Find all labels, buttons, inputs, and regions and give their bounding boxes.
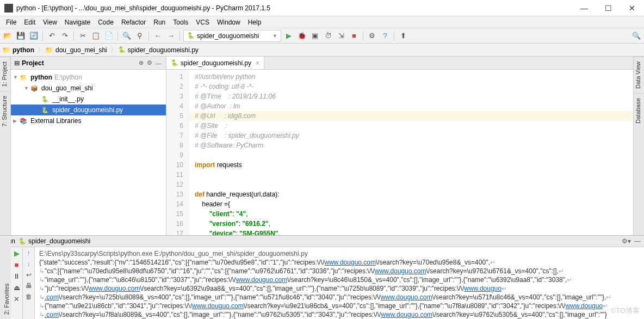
cut-icon[interactable]: ✂: [77, 30, 88, 41]
run-controls: ▶ ■ ⏸ ⏏ ✕: [11, 247, 23, 319]
gear-icon[interactable]: ⚙▾: [622, 237, 631, 245]
breadcrumb-file[interactable]: spider_douguomeishi.py: [126, 46, 201, 54]
hide-icon[interactable]: —: [154, 60, 163, 66]
minimize-button[interactable]: —: [577, 4, 592, 13]
menu-vcs[interactable]: VCS: [192, 19, 213, 26]
gear-icon[interactable]: ⚙: [145, 59, 154, 66]
expand-icon[interactable]: ▼: [24, 85, 30, 91]
menu-navigate[interactable]: Navigate: [61, 19, 94, 26]
folder-icon: 📁: [20, 74, 28, 81]
profile-icon[interactable]: ⏱: [323, 30, 333, 41]
menu-code[interactable]: Code: [94, 19, 117, 26]
link[interactable]: www.douguo.com: [381, 311, 432, 318]
close-tab-icon[interactable]: ×: [256, 59, 259, 67]
expand-icon[interactable]: ▶: [13, 118, 20, 124]
package-icon: 📦: [30, 85, 39, 92]
python-icon: 🐍: [118, 46, 126, 53]
refresh-icon[interactable]: 🔄: [28, 30, 39, 41]
link[interactable]: www.douguo.com: [192, 302, 244, 310]
debug-icon[interactable]: 🐞: [296, 30, 307, 41]
link[interactable]: www.douguo.com: [236, 276, 287, 284]
link[interactable]: www.douguo: [565, 302, 603, 310]
exit-icon[interactable]: ⏏: [14, 284, 20, 292]
run-line: ↳{"name":"\u9e21\u86cb","id":"3041","ju"…: [39, 302, 640, 310]
close-button[interactable]: ✕: [624, 4, 640, 13]
wrap-icon[interactable]: ↩: [26, 271, 32, 279]
tree-package[interactable]: ▼ 📦 dou_guo_mei_shi: [11, 83, 166, 94]
update-icon[interactable]: ⬆: [398, 30, 408, 41]
maximize-button[interactable]: ☐: [600, 4, 616, 13]
print-icon[interactable]: 🖶: [26, 282, 32, 290]
settings-icon[interactable]: ⚙: [367, 30, 377, 41]
menu-view[interactable]: View: [39, 19, 61, 26]
save-icon[interactable]: 💾: [15, 30, 26, 41]
link[interactable]: .com: [45, 293, 59, 301]
rerun-icon[interactable]: ▶: [14, 249, 20, 257]
tree-file-init[interactable]: 🐍 __init__.py: [11, 94, 166, 105]
run-output[interactable]: E:\Evns\py33scarpy\Scripts\python.exe E:…: [35, 247, 644, 319]
link[interactable]: www.douguo.com: [324, 259, 376, 266]
menu-tools[interactable]: Tools: [169, 19, 192, 26]
menu-refactor[interactable]: Refactor: [117, 19, 150, 26]
paste-icon[interactable]: 📄: [103, 30, 114, 41]
redo-icon[interactable]: ↷: [59, 30, 70, 41]
expand-icon[interactable]: ▼: [13, 75, 20, 80]
project-tree[interactable]: ▼ 📁 python E:\python ▼ 📦 dou_guo_mei_shi…: [11, 70, 166, 128]
replace-icon[interactable]: ⚲: [134, 30, 145, 41]
collapse-icon[interactable]: ⊕: [137, 59, 145, 66]
run-line: ↳.com\/search?key=\u7f8a\u8089&_vs=400",…: [39, 310, 640, 319]
run-output-controls: ↑ ↓ ↩ 🖶 🗑: [23, 247, 35, 319]
run-icon[interactable]: ▶: [283, 30, 294, 41]
bottom-tool-strip: 2: Favorites: [0, 237, 11, 319]
menu-file[interactable]: File: [2, 19, 20, 26]
breadcrumb-folder[interactable]: dou_guo_mei_shi: [53, 46, 109, 54]
menu-help[interactable]: Help: [244, 19, 265, 26]
tree-file-spider[interactable]: 🐍 spider_douguomeishi.py: [11, 105, 166, 115]
menu-run[interactable]: Run: [150, 19, 169, 26]
pause-icon[interactable]: ⏸: [13, 272, 20, 280]
separator: [148, 31, 149, 41]
clear-icon[interactable]: 🗑: [26, 293, 32, 300]
tab-project[interactable]: 1: Project: [0, 57, 10, 91]
link[interactable]: www.douguo.com: [89, 285, 140, 292]
run-line: ↳"ju":"recipes:\/\/www.douguo.com\/searc…: [39, 284, 640, 293]
run-config-select[interactable]: 🐍 spider_douguomeishi ▼: [183, 30, 281, 42]
find-icon[interactable]: 🔍: [121, 30, 132, 41]
tab-favorites[interactable]: 2: Favorites: [2, 237, 11, 319]
up-icon[interactable]: ↑: [27, 249, 30, 257]
search-icon[interactable]: 🔍: [631, 30, 642, 41]
link[interactable]: .com: [45, 311, 59, 318]
back-icon[interactable]: ←: [152, 30, 163, 41]
link[interactable]: www.douguo.com: [381, 293, 432, 301]
link[interactable]: www.douguo.com: [375, 267, 426, 275]
help-icon[interactable]: ?: [380, 30, 391, 41]
python-icon: 🐍: [41, 96, 50, 103]
breadcrumb-root[interactable]: python: [10, 46, 36, 54]
tab-dataview[interactable]: Data View: [634, 57, 644, 93]
editor-tabs: 🐍 spider_douguomeishi.py ×: [166, 57, 633, 70]
stop-icon[interactable]: ■: [15, 261, 19, 269]
close-icon[interactable]: ✕: [14, 295, 20, 303]
editor-tab-active[interactable]: 🐍 spider_douguomeishi.py ×: [166, 57, 264, 69]
run-config-name: spider_douguomeishi: [28, 237, 90, 245]
tree-external-libs[interactable]: ▶ 📚 External Libraries: [11, 115, 166, 126]
coverage-icon[interactable]: ▣: [309, 30, 320, 41]
stop-icon[interactable]: ■: [349, 30, 360, 41]
tab-structure[interactable]: 7: Structure: [0, 91, 10, 131]
watermark: ©TO博客: [611, 306, 640, 316]
link[interactable]: www.douguo: [464, 285, 501, 292]
menu-edit[interactable]: Edit: [20, 19, 39, 26]
tree-root[interactable]: ▼ 📁 python E:\python: [11, 72, 166, 83]
down-icon[interactable]: ↓: [27, 260, 30, 268]
run-line: ↳.com\/search?key=\u725b\u8089&_vs=400",…: [39, 293, 640, 302]
tab-database[interactable]: Database: [634, 93, 644, 128]
copy-icon[interactable]: 📋: [90, 30, 101, 41]
open-icon[interactable]: 📂: [2, 30, 13, 41]
forward-icon[interactable]: →: [165, 30, 176, 41]
code-editor[interactable]: 1234567891011121314151617 #!/usr/bin/env…: [166, 70, 633, 235]
attach-icon[interactable]: ⇲: [336, 30, 346, 41]
hide-icon[interactable]: —: [634, 237, 641, 245]
undo-icon[interactable]: ↶: [46, 30, 57, 41]
menu-window[interactable]: Window: [213, 19, 244, 26]
code-content[interactable]: #!/usr/bin/env python# -*- coding: utf-8…: [189, 70, 633, 235]
